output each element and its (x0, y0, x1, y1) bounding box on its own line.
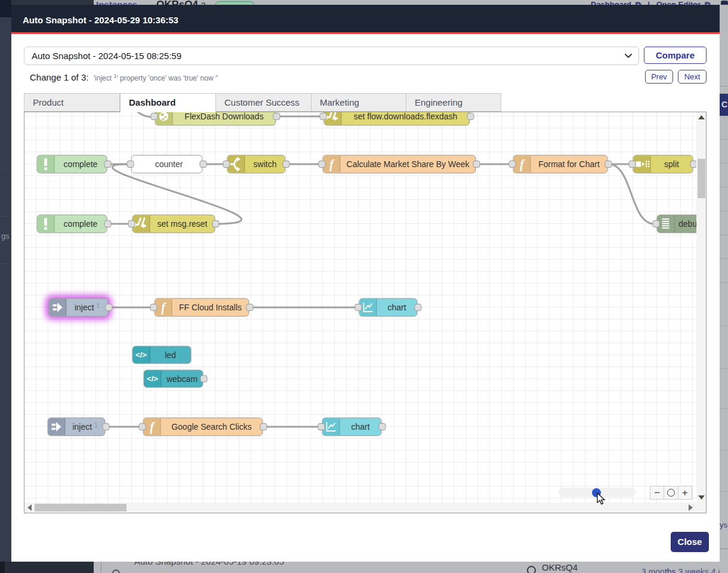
svg-text:Google Search Clicks: Google Search Clicks (171, 422, 252, 432)
svg-text:complete: complete (64, 159, 98, 169)
svg-text:switch: switch (254, 159, 277, 169)
svg-text:led: led (165, 350, 176, 360)
svg-text:set msg.reset: set msg.reset (157, 219, 207, 229)
svg-text:FF Cloud Installs: FF Cloud Installs (179, 303, 242, 312)
svg-text:FlexDash Downloads: FlexDash Downloads (184, 112, 263, 121)
svg-text:</>: </> (135, 350, 147, 359)
svg-text:chart: chart (351, 422, 369, 432)
svg-text:split: split (664, 159, 679, 169)
svg-text:webcam: webcam (166, 374, 198, 384)
svg-text:</>: </> (147, 374, 158, 383)
svg-text:Format for Chart: Format for Chart (538, 159, 600, 169)
svg-text:Calculate Market Share By Week: Calculate Market Share By Week (347, 159, 470, 169)
svg-text:counter: counter (155, 159, 183, 169)
svg-text:chart: chart (387, 303, 406, 312)
svg-text:complete: complete (64, 219, 98, 229)
svg-text:set flow.downloads.flexdash: set flow.downloads.flexdash (354, 112, 458, 121)
svg-text:debug: debug (678, 219, 696, 229)
